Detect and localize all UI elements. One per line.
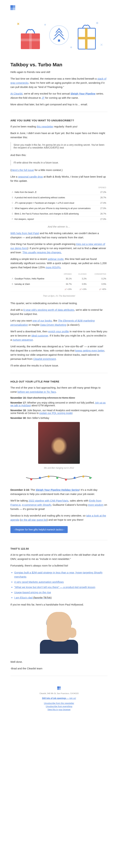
svg-rect-1	[13, 5, 15, 8]
greeting: Hello again to friends new and old!	[10, 70, 108, 74]
section3-heading: THAT'S 122.50	[10, 547, 108, 550]
list-item: 4 very good Marketo automation workflows	[14, 580, 108, 584]
event-nov30: November 30: Ben Stiller's birthday	[10, 416, 108, 420]
list-item: Usage-based pricing on the rise	[14, 590, 108, 594]
svg-rect-11	[85, 28, 87, 49]
svg-point-21	[82, 475, 84, 477]
svg-point-17	[47, 475, 50, 477]
quote-2: I'll write about the results in a future…	[10, 160, 108, 165]
svg-point-18	[56, 477, 58, 479]
svg-rect-24	[59, 686, 61, 688]
photo-caption: Me and Ben hanging out in 2012	[10, 466, 108, 470]
svg-rect-6	[29, 33, 32, 49]
newsletter-link[interactable]: this newsletter	[37, 125, 53, 128]
webinar-link[interactable]: webinar invite	[47, 257, 64, 260]
bullet-list: Gorgias built a $2M paid strategy in les…	[10, 570, 108, 600]
register-button[interactable]: › Register for free gifts helpful martec…	[10, 526, 68, 533]
hero-illustration	[10, 12, 108, 59]
svg-point-22	[89, 477, 91, 479]
svg-point-16	[39, 477, 41, 479]
ben-photo	[38, 422, 80, 464]
table-row: AGoodbye Friction, Hello Pipeline30.1%3.…	[10, 276, 108, 281]
logo-mark	[10, 3, 108, 12]
section1-heading: ARE YOU SURE YOU WANT TO UNSUBSCRIBE??	[10, 119, 108, 122]
event-nov16: November 16: Start shoehorning reference…	[10, 396, 108, 399]
footer-address: Clearbit, 548 9th St, San Francisco, CA …	[10, 692, 108, 694]
view-browser-link[interactable]: View this in your browser	[10, 708, 108, 711]
table-row: BA product-led word-cloud & advertising …	[10, 195, 108, 200]
sleigh-link[interactable]: Sleigh Your Pipeline	[71, 92, 95, 95]
footer: Clearbit, 548 9th St, San Francisco, CA …	[10, 681, 108, 717]
svg-rect-25	[57, 688, 59, 690]
rsvps-link[interactable]: more RSVPs	[46, 266, 61, 269]
jt-link[interactable]: JT	[42, 96, 44, 99]
jobs-link[interactable]: Still lots of job openings — join us!	[10, 697, 108, 700]
svg-point-20	[74, 477, 76, 479]
candle-link[interactable]: seasonal candle drop	[18, 175, 43, 178]
svg-rect-3	[13, 8, 15, 10]
unsub-all-link[interactable]: Unsubscribe from everything	[10, 705, 108, 708]
svg-rect-26	[59, 688, 61, 690]
event-nov17: November 17: Whether you enjoy sitting c…	[10, 401, 108, 407]
table2-caption: Then at 8pm, it's The Bachelorette!	[10, 294, 108, 298]
sleigh-series-link[interactable]: Sleigh Your Pipeline Holiday Series	[36, 488, 79, 491]
winner-text: And the winner is…	[10, 224, 108, 229]
svg-point-14	[96, 22, 98, 24]
big-changes-link[interactable]: This usually requires big changes.	[23, 251, 62, 254]
table-row: DWhat happens when you tell your iPhone …	[10, 206, 108, 211]
lights-illustration	[10, 474, 108, 484]
results-table-1: OPENED AHello from the beach 🏖27.2%BA pr…	[10, 186, 108, 222]
svg-rect-8	[58, 39, 60, 41]
clearbit-link[interactable]: At Clearbit	[10, 92, 23, 95]
unsub-newsletter-link[interactable]: Unsubscribe from this newsletter	[10, 702, 108, 705]
quote-1: Since you made it this far, I'm gonna le…	[10, 142, 108, 150]
list-item: Gorgias built a $2M paid strategy in les…	[14, 570, 108, 579]
svg-rect-2	[10, 8, 13, 10]
list-item: "What we know but don't tell you there" …	[14, 585, 108, 589]
svg-rect-0	[10, 5, 13, 8]
logo-mark	[10, 686, 108, 690]
page-title: Talkboy vs. Turbo Man	[10, 62, 108, 67]
neil-link[interactable]: With help from Neil Patel	[10, 232, 39, 235]
table-row: FHot sleepers, rejoice!27.0%	[10, 217, 108, 222]
svg-rect-23	[57, 686, 59, 688]
svg-point-19	[65, 478, 67, 480]
table-row: AHello from the beach 🏖27.2%	[10, 190, 108, 195]
results-table-2: OPENEDCLICKEDCONVERTED AGoodbye Friction…	[10, 272, 108, 292]
intro-p2: At Clearbit, we're all very excited for …	[10, 92, 108, 100]
table-row: EBlink-2, the Fast & Furious franchise, …	[10, 211, 108, 217]
paul-photo	[36, 612, 82, 657]
full-issue-link[interactable]: Here's the full issue	[11, 168, 34, 172]
list-item: I am Eliza's dad (favorite TikTok)	[14, 595, 108, 600]
attrs-link[interactable]: 6-year-old's stocking worth of data attr…	[23, 308, 74, 311]
intro-p1: The last time we chatted, the metaverse …	[10, 76, 108, 89]
tictacs-link[interactable]: before we overindulge in Tic Tacs	[17, 390, 56, 393]
intro-p3: More about that later, but let's get com…	[10, 102, 108, 106]
svg-point-15	[30, 478, 32, 480]
svg-point-13	[70, 46, 72, 48]
event-nov18: November 18: Julie Beynon, our Head of A…	[10, 409, 108, 414]
svg-point-12	[44, 24, 46, 26]
table-row: Btuesday at 10am34.7%3.9%0.5%	[10, 281, 108, 287]
section2-heading: HOLD OUT YOUR LITTLE PAW THERE	[10, 380, 108, 383]
table-row: CJT's special project + Facebook ad chan…	[10, 200, 108, 206]
